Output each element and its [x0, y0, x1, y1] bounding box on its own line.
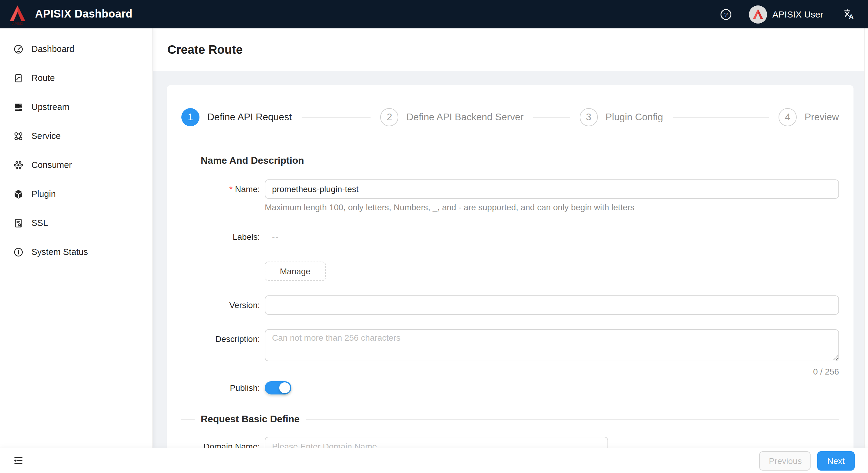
plugin-cube-icon [13, 189, 24, 199]
app-window: APISIX APISIX Dashboard ? APISIX User [0, 0, 868, 473]
section-divider: Request Basic Define [181, 413, 839, 426]
name-help-text: Maximum length 100, only letters, Number… [265, 201, 839, 213]
description-field-row: Description: [181, 329, 839, 364]
required-marker: * [229, 184, 233, 194]
content-area: 1 Define API Request 2 Define API Backen… [152, 71, 868, 473]
user-name[interactable]: APISIX User [773, 9, 823, 19]
version-field-row: Version: [181, 295, 839, 315]
sidebar-item-label: System Status [31, 247, 88, 257]
sidebar-item-route[interactable]: Route [0, 66, 152, 90]
step-number: 2 [380, 108, 399, 126]
step-number: 1 [181, 108, 199, 126]
toggle-knob [279, 382, 290, 393]
sidebar-item-label: Dashboard [31, 44, 74, 54]
sidebar-item-service[interactable]: Service [0, 124, 152, 148]
sidebar-item-upstream[interactable]: Upstream [0, 95, 152, 119]
avatar-logo-icon [752, 7, 764, 21]
translate-glyph: A [849, 13, 854, 20]
step-number: 3 [579, 108, 597, 126]
step-connector [673, 117, 769, 117]
step-connector [301, 117, 371, 117]
name-input[interactable] [265, 179, 839, 199]
sidebar-item-system-status[interactable]: System Status [0, 240, 152, 264]
sidebar-item-plugin[interactable]: Plugin [0, 182, 152, 206]
sidebar-item-label: Consumer [31, 160, 72, 170]
sidebar-menu: Dashboard Route Upstream [0, 28, 152, 264]
version-label: Version: [181, 295, 265, 315]
scrollbar-track[interactable] [864, 28, 868, 473]
form-card: 1 Define API Request 2 Define API Backen… [167, 85, 854, 473]
sidebar-item-label: Plugin [31, 189, 56, 199]
apisix-logo-text: APISIX [12, 22, 23, 25]
step-title: Plugin Config [606, 112, 663, 123]
name-field-row: *Name: [181, 179, 839, 199]
step-title: Define API Request [207, 112, 292, 123]
labels-value: -- [265, 230, 279, 243]
description-textarea[interactable] [265, 329, 839, 361]
step-define-api-backend-server: 2 Define API Backend Server [380, 108, 580, 126]
help-glyph: ? [724, 11, 728, 18]
translate-icon[interactable]: A [843, 8, 855, 20]
publish-field-row: Publish: [181, 381, 839, 395]
top-header: APISIX APISIX Dashboard ? APISIX User [0, 0, 868, 28]
next-button[interactable]: Next [817, 451, 855, 470]
step-connector [533, 117, 570, 117]
publish-label: Publish: [181, 381, 265, 395]
labels-label: Labels: [181, 230, 265, 243]
manage-labels-button[interactable]: Manage [265, 262, 326, 281]
consumer-network-icon [13, 160, 24, 170]
ssl-certificate-icon [13, 218, 24, 228]
version-input[interactable] [265, 295, 839, 315]
stepper: 1 Define API Request 2 Define API Backen… [181, 108, 839, 126]
service-command-icon [13, 131, 24, 141]
upstream-server-icon [13, 102, 24, 112]
page-title: Create Route [152, 43, 243, 57]
section-divider: Name And Description [181, 154, 839, 167]
step-title: Preview [805, 112, 839, 123]
sidebar-item-label: Service [31, 131, 61, 141]
previous-button[interactable]: Previous [759, 451, 811, 470]
info-circle-icon [13, 247, 24, 257]
step-number: 4 [779, 108, 797, 126]
step-plugin-config: 3 Plugin Config [579, 108, 779, 126]
description-label: Description: [181, 332, 265, 345]
page-header: Create Route [152, 28, 868, 71]
sidebar-item-consumer[interactable]: Consumer [0, 153, 152, 177]
dashboard-gauge-icon [13, 44, 24, 54]
brand[interactable]: APISIX APISIX Dashboard [0, 3, 133, 26]
step-define-api-request: 1 Define API Request [181, 108, 380, 126]
step-preview: 4 Preview [779, 108, 839, 126]
labels-field-row: Labels: -- [181, 230, 839, 243]
sidebar-item-ssl[interactable]: SSL [0, 211, 152, 235]
sidebar-item-dashboard[interactable]: Dashboard [0, 37, 152, 61]
description-char-counter: 0 / 256 [265, 366, 839, 377]
name-label: *Name: [181, 179, 265, 199]
section-title-name-description: Name And Description [201, 155, 304, 166]
sidebar-item-label: Route [31, 73, 55, 83]
apisix-logo-icon: APISIX [7, 4, 28, 26]
bottom-bar: Previous Next [0, 448, 868, 473]
help-icon[interactable]: ? [720, 8, 732, 20]
sidebar-item-label: SSL [31, 218, 48, 228]
menu-fold-icon[interactable] [13, 455, 24, 466]
avatar[interactable] [749, 5, 767, 23]
route-icon [13, 73, 24, 83]
step-title: Define API Backend Server [406, 112, 524, 123]
sidebar: Dashboard Route Upstream [0, 28, 153, 448]
publish-toggle[interactable] [265, 381, 291, 395]
sidebar-item-label: Upstream [31, 102, 69, 112]
section-title-request-basic-define: Request Basic Define [201, 414, 300, 425]
app-title: APISIX Dashboard [35, 8, 133, 21]
